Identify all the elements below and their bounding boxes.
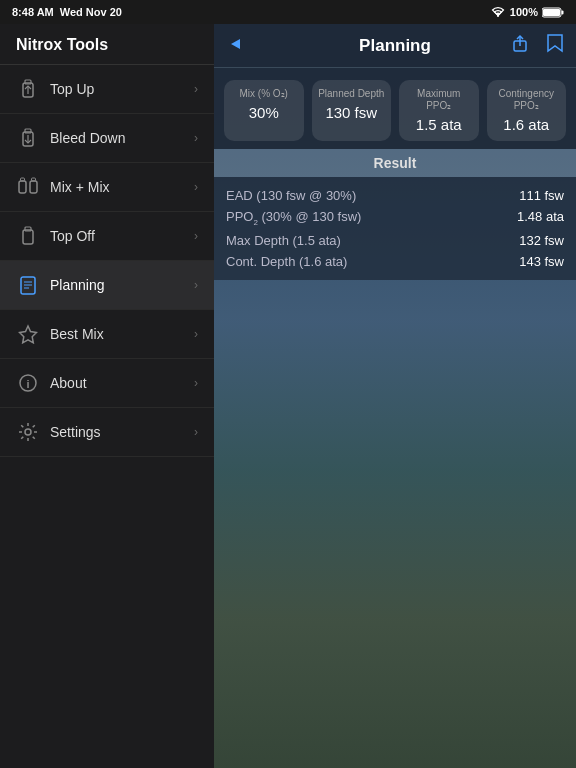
about-icon: i: [16, 371, 40, 395]
status-bar: 8:48 AM Wed Nov 20 100%: [0, 0, 576, 24]
result-row-ppo2: PPO2 (30% @ 130 fsw) 1.48 ata: [226, 206, 564, 230]
input-cards-row: Mix (% O₂) 30% Planned Depth 130 fsw Max…: [214, 68, 576, 149]
cont-depth-value: 143 fsw: [519, 254, 564, 269]
settings-icon: [16, 420, 40, 444]
svg-marker-24: [231, 39, 240, 49]
app-container: Nitrox Tools Top Up ›: [0, 24, 576, 768]
input-card-max-ppo2[interactable]: Maximum PPO₂ 1.5 ata: [399, 80, 479, 141]
result-header: Result: [214, 149, 576, 177]
input-card-mix[interactable]: Mix (% O₂) 30%: [224, 80, 304, 141]
settings-chevron: ›: [194, 425, 198, 439]
settings-label: Settings: [50, 424, 194, 440]
back-icon: [226, 35, 240, 56]
sidebar-item-top-off[interactable]: Top Off ›: [0, 212, 214, 261]
bookmark-icon[interactable]: [546, 33, 564, 58]
mix-mix-icon: [16, 175, 40, 199]
top-off-chevron: ›: [194, 229, 198, 243]
svg-rect-14: [23, 230, 33, 244]
cont-ppo2-value: 1.6 ata: [503, 116, 549, 133]
ppo2-value: 1.48 ata: [517, 209, 564, 227]
bleed-down-label: Bleed Down: [50, 130, 194, 146]
sidebar-item-bleed-down[interactable]: Bleed Down ›: [0, 114, 214, 163]
sidebar-item-mix-mix[interactable]: Mix + Mix ›: [0, 163, 214, 212]
svg-text:i: i: [26, 378, 29, 390]
max-ppo2-value: 1.5 ata: [416, 116, 462, 133]
sidebar-item-top-up[interactable]: Top Up ›: [0, 65, 214, 114]
sidebar-item-best-mix[interactable]: Best Mix ›: [0, 310, 214, 359]
best-mix-chevron: ›: [194, 327, 198, 341]
top-off-icon: [16, 224, 40, 248]
battery-level: 100%: [510, 6, 538, 18]
planning-icon: [16, 273, 40, 297]
top-up-icon: [16, 77, 40, 101]
svg-rect-10: [19, 181, 26, 193]
svg-rect-13: [32, 178, 36, 181]
content-header: Planning: [214, 24, 576, 68]
input-card-depth[interactable]: Planned Depth 130 fsw: [312, 80, 392, 141]
sidebar-item-planning[interactable]: Planning ›: [0, 261, 214, 310]
sidebar: Nitrox Tools Top Up ›: [0, 24, 214, 768]
depth-value: 130 fsw: [325, 104, 377, 121]
top-up-label: Top Up: [50, 81, 194, 97]
content-title: Planning: [359, 36, 431, 56]
planning-label: Planning: [50, 277, 194, 293]
result-content: Result EAD (130 fsw @ 30%) 111 fsw PPO2 …: [214, 149, 576, 280]
svg-rect-12: [21, 178, 25, 181]
status-bar-right: 100%: [490, 6, 564, 18]
wifi-icon: [490, 6, 506, 18]
ppo2-label: PPO2 (30% @ 130 fsw): [226, 209, 361, 227]
mix-label: Mix (% O₂): [240, 88, 288, 100]
header-actions: [510, 33, 564, 58]
ead-label: EAD (130 fsw @ 30%): [226, 188, 356, 203]
svg-point-0: [497, 15, 499, 17]
cont-ppo2-label: Contingency PPO₂: [493, 88, 561, 112]
best-mix-label: Best Mix: [50, 326, 194, 342]
bleed-down-icon: [16, 126, 40, 150]
svg-rect-3: [562, 10, 564, 14]
max-ppo2-label: Maximum PPO₂: [405, 88, 473, 112]
sidebar-title: Nitrox Tools: [0, 24, 214, 65]
bleed-down-chevron: ›: [194, 131, 198, 145]
main-content: Planning Mix (% O₂): [214, 24, 576, 768]
sidebar-item-about[interactable]: i About ›: [0, 359, 214, 408]
about-chevron: ›: [194, 376, 198, 390]
status-time: 8:48 AM: [12, 6, 54, 18]
input-card-cont-ppo2[interactable]: Contingency PPO₂ 1.6 ata: [487, 80, 567, 141]
ead-value: 111 fsw: [519, 188, 564, 203]
status-day: Wed Nov 20: [60, 6, 122, 18]
top-off-label: Top Off: [50, 228, 194, 244]
mix-mix-chevron: ›: [194, 180, 198, 194]
mix-value: 30%: [249, 104, 279, 121]
status-bar-left: 8:48 AM Wed Nov 20: [12, 6, 122, 18]
depth-label: Planned Depth: [318, 88, 384, 100]
result-row-ead: EAD (130 fsw @ 30%) 111 fsw: [226, 185, 564, 206]
top-up-chevron: ›: [194, 82, 198, 96]
svg-point-23: [25, 429, 31, 435]
result-row-max-depth: Max Depth (1.5 ata) 132 fsw: [226, 230, 564, 251]
cont-depth-label: Cont. Depth (1.6 ata): [226, 254, 347, 269]
result-section: Result EAD (130 fsw @ 30%) 111 fsw PPO2 …: [214, 149, 576, 768]
share-icon[interactable]: [510, 33, 530, 58]
about-label: About: [50, 375, 194, 391]
svg-rect-11: [30, 181, 37, 193]
result-row-cont-depth: Cont. Depth (1.6 ata) 143 fsw: [226, 251, 564, 272]
battery-icon: [542, 7, 564, 18]
max-depth-value: 132 fsw: [519, 233, 564, 248]
result-table: EAD (130 fsw @ 30%) 111 fsw PPO2 (30% @ …: [214, 177, 576, 280]
sidebar-item-settings[interactable]: Settings ›: [0, 408, 214, 457]
planning-chevron: ›: [194, 278, 198, 292]
svg-marker-20: [20, 326, 37, 343]
best-mix-icon: [16, 322, 40, 346]
svg-rect-2: [543, 9, 560, 16]
svg-rect-5: [25, 80, 31, 84]
mix-mix-label: Mix + Mix: [50, 179, 194, 195]
max-depth-label: Max Depth (1.5 ata): [226, 233, 341, 248]
